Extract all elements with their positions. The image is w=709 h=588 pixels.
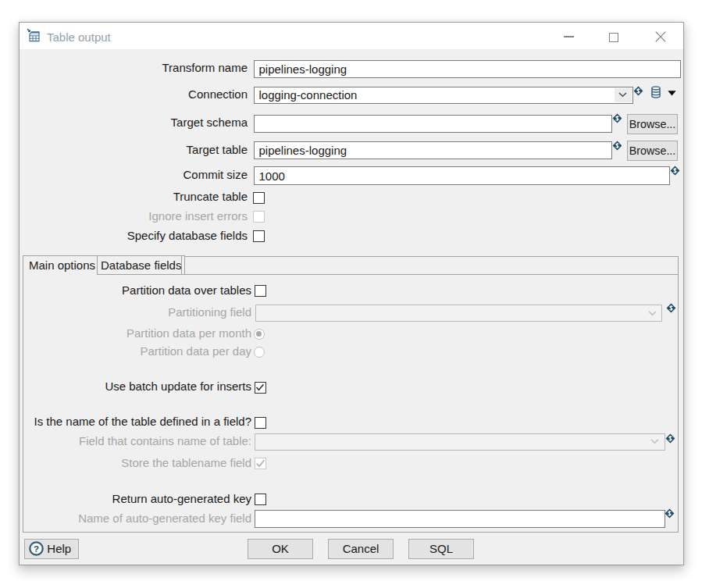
svg-text:?: ? (34, 544, 39, 554)
